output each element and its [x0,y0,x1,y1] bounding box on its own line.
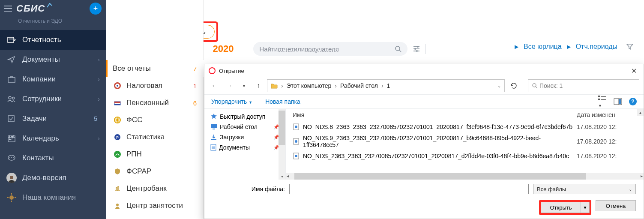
chevron-right-icon: › [98,56,100,63]
report-icon [6,36,17,44]
open-dropdown-icon[interactable]: ▼ [581,202,590,213]
xml-file-icon [293,153,300,159]
scrollbar-thumb[interactable] [279,111,285,145]
sidebar-item-documents[interactable]: Документы › [0,50,106,69]
category-item[interactable]: Центробанк [106,180,204,197]
sidebar-item-company[interactable]: Наша компания [0,188,106,207]
sidebar-item-employees[interactable]: Сотрудники › [0,89,106,109]
tree-item[interactable]: Рабочий стол📌 [208,122,282,132]
preview-pane-icon[interactable] [614,98,622,105]
scroll-down-icon[interactable]: ▾ [279,173,285,180]
hscrollbar-thumb[interactable] [294,173,586,180]
scroll-left-icon[interactable]: ◂ [287,174,289,178]
breadcrumb-0[interactable]: Этот компьютер [287,82,332,89]
filetype-select[interactable]: Все файлы ⌄ [533,184,636,194]
dialog-search-placeholder: Поиск: 1 [539,82,563,89]
breadcrumb-2[interactable]: 1 [387,82,390,89]
nav-up-icon[interactable]: ↑ [252,80,264,92]
calendar-day: 17 [9,136,13,141]
file-date: 17.08.2020 12: [577,138,637,145]
sidebar-item-contacts[interactable]: Контакты [0,148,106,168]
category-item[interactable]: Налоговая1 [106,77,204,94]
tree-item[interactable]: Загрузки📌 [208,132,282,142]
help-icon[interactable]: ? [629,98,637,105]
doc-icon [210,144,216,151]
organize-menu[interactable]: Упорядочить ▼ [211,98,252,105]
sidebar-item-tasks[interactable]: Задачи 5 [0,109,106,129]
sidebar-item-label: Наша компания [22,193,76,202]
refresh-icon[interactable] [507,79,520,92]
category-item[interactable]: РПН [106,146,204,163]
scroll-up-icon[interactable]: ▴ [637,109,644,116]
funnel-icon[interactable] [626,43,634,51]
nav-recent-dropdown-icon[interactable]: ▾ [238,80,250,92]
svg-point-36 [117,85,118,87]
dialog-search-input[interactable]: Поиск: 1 [528,79,639,92]
sidebar-item-demo[interactable]: Демо-версия [0,168,106,188]
view-options-icon[interactable]: ▼ [597,95,607,108]
search-input[interactable]: Найти отчет или получателя [253,42,407,56]
close-icon[interactable]: ✕ [629,67,639,75]
column-date[interactable]: Дата изменен [577,111,637,118]
search-report-link[interactable]: отчет [278,45,294,53]
svg-point-26 [395,46,400,51]
sidebar-item-label: Календарь [22,134,59,143]
sidebar-item-calendar[interactable]: 17 Календарь › [0,129,106,148]
address-bar[interactable]: › Этот компьютер › Рабочий стол › 1 ⌄ [267,79,505,92]
sidebar-item-companies[interactable]: Компании › [0,69,106,89]
sidebar-item-label: Сотрудники [22,95,62,103]
svg-line-47 [536,87,537,88]
crumb-periods[interactable]: Отч.периоды [576,43,617,51]
chevron-down-icon: ⌄ [629,187,632,192]
file-row[interactable]: NO_NDS_2363_2363_2327008570232701001_202… [286,150,644,162]
category-label: Все отчеты [113,64,151,73]
menu-icon[interactable] [4,6,12,12]
new-folder-button[interactable]: Новая папка [265,98,300,105]
category-item[interactable]: ФСРАР [106,163,204,180]
file-row[interactable]: NO_NDS.8_2363_2363_2327008570232701001_2… [286,121,644,132]
svg-rect-56 [213,129,215,129]
breadcrumb-1[interactable]: Рабочий стол [340,82,378,89]
year-label[interactable]: 2020 [213,43,234,54]
triangle-icon: ▶ [515,44,518,50]
svg-point-32 [414,48,416,50]
scroll-right-icon[interactable]: ▸ [641,174,643,178]
nav-back-icon[interactable]: ← [209,80,221,92]
category-item[interactable]: Центр занятости [106,197,204,214]
file-row[interactable]: NO_NDS.9_2363_2363_2327008570232701001_2… [286,132,644,150]
sidebar-item-label: Документы [22,55,60,64]
svg-point-2 [9,96,11,99]
search-icon[interactable] [395,45,401,52]
category-item[interactable]: Все отчеты7 [106,60,204,77]
filename-input[interactable] [289,184,529,194]
chevron-right-icon: › [98,96,100,102]
tree-item[interactable]: Быстрый доступ [208,111,282,122]
xml-file-icon [293,123,300,130]
address-dropdown-icon[interactable]: ⌄ [497,84,501,88]
svg-rect-1 [8,78,15,82]
sidebar-item-reports[interactable]: Отчетность [0,30,106,50]
tree-label: Загрузки [220,134,244,141]
open-button[interactable]: Открыть [541,202,581,213]
hscrollbar[interactable]: ◂ ▸ [286,173,644,180]
svg-text:Р: Р [116,135,119,140]
paperplane-icon [6,56,17,63]
crumb-all-legal[interactable]: Все юрлица [524,43,562,51]
list-settings-icon[interactable] [413,45,420,52]
brand-bird-icon [47,3,53,9]
category-item[interactable]: РСтатистика [106,129,204,146]
sidebar-item-label: Компании [22,75,56,84]
brand-subtitle: Отчетность и ЭДО [0,17,106,30]
add-button[interactable]: + [90,3,102,15]
search-recipient-link[interactable]: получателя [305,45,339,53]
tree-item[interactable]: Документы📌 [208,142,282,153]
star-icon [210,113,217,120]
category-label: Налоговая [126,81,162,90]
svg-rect-4 [8,116,14,122]
category-item[interactable]: МВД [106,214,204,219]
category-item[interactable]: Пенсионный6 [106,94,204,111]
cancel-button[interactable]: Отмена [596,200,636,211]
category-item[interactable]: ФСС [106,111,204,129]
column-name[interactable]: Имя [293,111,577,118]
file-open-dialog: Открытие ✕ ← → ▾ ↑ › Этот компьютер › Ра… [204,64,644,219]
